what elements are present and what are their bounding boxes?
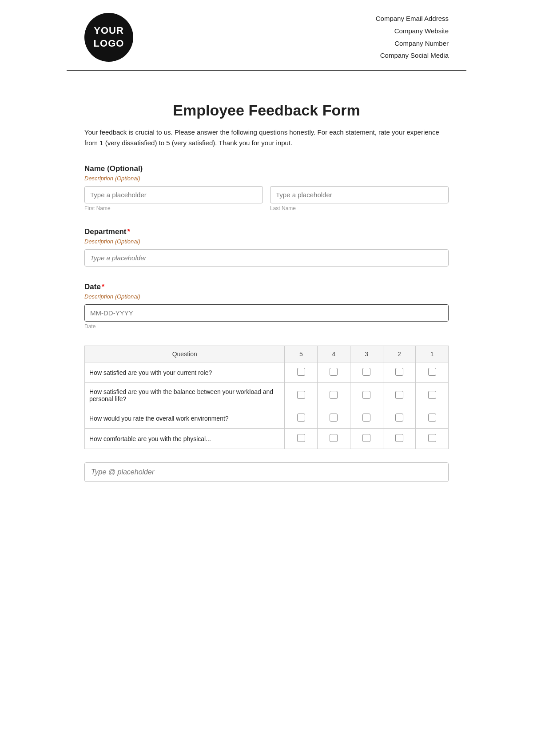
department-required-star: * <box>127 227 130 236</box>
last-name-input[interactable] <box>270 186 449 203</box>
rating-cell-3-row3[interactable] <box>350 429 383 449</box>
feedback-table: Question 5 4 3 2 1 How satisfied are you… <box>84 346 449 449</box>
name-field-row: First Name Last Name <box>84 186 449 211</box>
checkbox-2-row2[interactable] <box>395 414 403 422</box>
checkbox-4-row2[interactable] <box>330 414 338 422</box>
checkbox-5-row3[interactable] <box>297 434 305 442</box>
main-content: Employee Feedback Form Your feedback is … <box>67 71 466 500</box>
question-cell: How comfortable are you with the physica… <box>85 429 285 449</box>
question-cell: How satisfied are you with the balance b… <box>85 383 285 408</box>
company-logo: YOUR LOGO <box>84 13 133 62</box>
department-label: Department* <box>84 227 449 236</box>
checkbox-4-row1[interactable] <box>330 391 338 399</box>
date-required-star: * <box>102 283 105 291</box>
rating-cell-5-row3[interactable] <box>285 429 318 449</box>
checkbox-5-row2[interactable] <box>297 414 305 422</box>
table-row: How satisfied are you with your current … <box>85 362 449 383</box>
date-label: Date* <box>84 283 449 291</box>
rating-cell-2-row0[interactable] <box>383 362 416 383</box>
company-website-label: Company Website <box>376 25 449 37</box>
at-placeholder-input[interactable] <box>84 462 449 482</box>
department-description: Description (Optional) <box>84 238 449 245</box>
name-description: Description (Optional) <box>84 175 449 182</box>
rating-cell-2-row1[interactable] <box>383 383 416 408</box>
rating-cell-5-row0[interactable] <box>285 362 318 383</box>
rating-cell-3-row0[interactable] <box>350 362 383 383</box>
date-input[interactable] <box>84 304 449 322</box>
col-2: 2 <box>383 346 416 362</box>
checkbox-3-row0[interactable] <box>362 368 370 376</box>
rating-cell-5-row1[interactable] <box>285 383 318 408</box>
first-name-input[interactable] <box>84 186 263 203</box>
rating-cell-1-row3[interactable] <box>416 429 449 449</box>
at-field-section <box>84 462 449 482</box>
col-5: 5 <box>285 346 318 362</box>
table-row: How comfortable are you with the physica… <box>85 429 449 449</box>
form-description: Your feedback is crucial to us. Please a… <box>84 127 449 148</box>
company-number-label: Company Number <box>376 37 449 50</box>
company-email-label: Company Email Address <box>376 12 449 25</box>
company-info-block: Company Email Address Company Website Co… <box>376 12 449 62</box>
first-name-sublabel: First Name <box>84 205 263 211</box>
rating-cell-4-row1[interactable] <box>318 383 350 408</box>
rating-cell-2-row2[interactable] <box>383 408 416 429</box>
checkbox-1-row1[interactable] <box>428 391 436 399</box>
date-description: Description (Optional) <box>84 293 449 300</box>
checkbox-1-row2[interactable] <box>428 414 436 422</box>
last-name-field: Last Name <box>270 186 449 211</box>
name-label: Name (Optional) <box>84 164 449 173</box>
rating-cell-3-row1[interactable] <box>350 383 383 408</box>
col-question: Question <box>85 346 285 362</box>
table-row: How satisfied are you with the balance b… <box>85 383 449 408</box>
checkbox-2-row0[interactable] <box>395 368 403 376</box>
rating-cell-4-row0[interactable] <box>318 362 350 383</box>
date-section: Date* Description (Optional) Date <box>84 283 449 330</box>
checkbox-1-row3[interactable] <box>428 434 436 442</box>
checkbox-5-row0[interactable] <box>297 368 305 376</box>
checkbox-3-row2[interactable] <box>362 414 370 422</box>
company-social-label: Company Social Media <box>376 49 449 62</box>
rating-cell-2-row3[interactable] <box>383 429 416 449</box>
checkbox-1-row0[interactable] <box>428 368 436 376</box>
question-cell: How would you rate the overall work envi… <box>85 408 285 429</box>
rating-cell-1-row0[interactable] <box>416 362 449 383</box>
rating-cell-5-row2[interactable] <box>285 408 318 429</box>
rating-cell-4-row3[interactable] <box>318 429 350 449</box>
rating-cell-1-row1[interactable] <box>416 383 449 408</box>
col-1: 1 <box>416 346 449 362</box>
form-title: Employee Feedback Form <box>84 102 449 119</box>
rating-cell-3-row2[interactable] <box>350 408 383 429</box>
page-header: YOUR LOGO Company Email Address Company … <box>67 0 466 71</box>
checkbox-2-row3[interactable] <box>395 434 403 442</box>
checkbox-3-row1[interactable] <box>362 391 370 399</box>
rating-cell-1-row2[interactable] <box>416 408 449 429</box>
checkbox-4-row3[interactable] <box>330 434 338 442</box>
first-name-field: First Name <box>84 186 263 211</box>
checkbox-3-row3[interactable] <box>362 434 370 442</box>
col-3: 3 <box>350 346 383 362</box>
last-name-sublabel: Last Name <box>270 205 449 211</box>
question-cell: How satisfied are you with your current … <box>85 362 285 383</box>
name-section: Name (Optional) Description (Optional) F… <box>84 164 449 211</box>
checkbox-5-row1[interactable] <box>297 391 305 399</box>
rating-cell-4-row2[interactable] <box>318 408 350 429</box>
table-header-row: Question 5 4 3 2 1 <box>85 346 449 362</box>
date-sublabel: Date <box>84 323 449 330</box>
department-input[interactable] <box>84 249 449 267</box>
department-section: Department* Description (Optional) <box>84 227 449 267</box>
table-row: How would you rate the overall work envi… <box>85 408 449 429</box>
checkbox-4-row0[interactable] <box>330 368 338 376</box>
col-4: 4 <box>318 346 350 362</box>
checkbox-2-row1[interactable] <box>395 391 403 399</box>
